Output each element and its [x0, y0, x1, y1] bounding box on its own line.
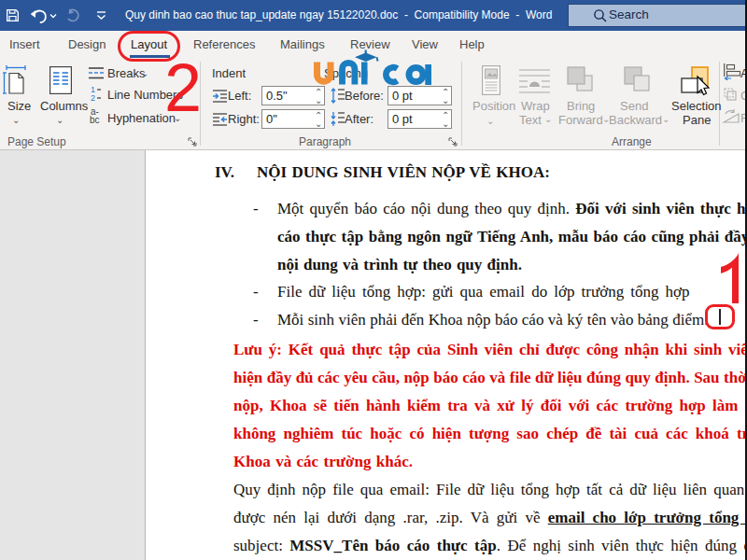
svg-text:2: 2: [91, 93, 95, 102]
svg-text:bc: bc: [90, 115, 100, 124]
